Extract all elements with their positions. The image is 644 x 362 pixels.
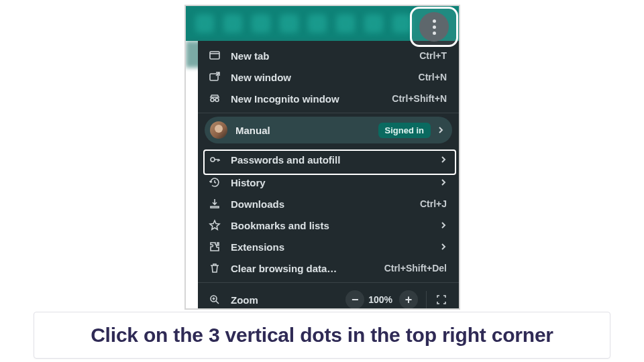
history-icon (209, 176, 221, 188)
puzzle-icon (209, 241, 221, 253)
key-icon (209, 154, 221, 166)
caption-bar: Click on the 3 vertical dots in the top … (34, 312, 610, 359)
toolbar-icon (364, 14, 383, 33)
incognito-icon (209, 93, 221, 105)
menu-shortcut: Ctrl+Shift+N (392, 93, 447, 104)
screenshot-panel: New tab Ctrl+T New window Ctrl+N New Inc… (184, 5, 460, 310)
menu-item-incognito[interactable]: New Incognito window Ctrl+Shift+N (198, 88, 459, 109)
menu-shortcut: Ctrl+N (419, 72, 447, 82)
menu-label: Extensions (231, 241, 433, 253)
star-icon (209, 219, 221, 231)
svg-point-4 (211, 158, 215, 162)
chevron-right-icon (440, 154, 447, 166)
new-window-icon (209, 71, 221, 83)
new-tab-icon (209, 50, 221, 62)
toolbar-icon (280, 14, 299, 33)
menu-label: New Incognito window (231, 93, 392, 105)
menu-label: New tab (231, 50, 419, 62)
kebab-highlight (410, 7, 458, 47)
menu-item-clear-data[interactable]: Clear browsing data… Ctrl+Shift+Del (198, 257, 459, 279)
svg-point-2 (211, 99, 214, 102)
browser-menu: New tab Ctrl+T New window Ctrl+N New Inc… (198, 41, 459, 308)
menu-item-history[interactable]: History (198, 172, 459, 193)
toolbar-icon (336, 14, 355, 33)
zoom-icon (209, 294, 221, 306)
chevron-right-icon (437, 125, 444, 136)
toolbar-icon (252, 14, 270, 33)
menu-item-profile[interactable]: Manual Signed in (205, 117, 452, 143)
menu-shortcut: Ctrl+T (419, 50, 447, 61)
caption-text: Click on the 3 vertical dots in the top … (91, 324, 553, 347)
toolbar-icon (392, 14, 411, 33)
kebab-menu-button[interactable] (419, 12, 449, 42)
zoom-separator (426, 291, 427, 308)
svg-rect-0 (210, 52, 219, 59)
menu-item-new-window[interactable]: New window Ctrl+N (198, 66, 459, 88)
trash-icon (209, 262, 221, 274)
zoom-label: Zoom (231, 294, 343, 306)
menu-item-extensions[interactable]: Extensions (198, 236, 459, 257)
menu-label: Bookmarks and lists (231, 220, 433, 231)
signed-in-badge: Signed in (378, 123, 431, 138)
menu-item-downloads[interactable]: Downloads Ctrl+J (198, 193, 459, 215)
menu-label: Clear browsing data… (231, 263, 384, 274)
menu-item-bookmarks[interactable]: Bookmarks and lists (198, 215, 459, 236)
download-icon (209, 198, 221, 210)
toolbar-icon (308, 14, 327, 33)
menu-label: Downloads (231, 198, 420, 210)
menu-item-new-tab[interactable]: New tab Ctrl+T (198, 45, 459, 66)
zoom-value: 100% (368, 294, 392, 305)
toolbar-icon (195, 14, 214, 33)
chevron-right-icon (440, 220, 447, 231)
menu-label: Passwords and autofill (231, 154, 433, 166)
menu-item-zoom: Zoom − 100% + (198, 286, 459, 310)
menu-separator (198, 113, 459, 113)
profile-name: Manual (235, 125, 378, 136)
menu-separator (198, 282, 459, 283)
menu-item-passwords[interactable]: Passwords and autofill (198, 147, 459, 172)
zoom-out-button[interactable]: − (345, 290, 364, 309)
chevron-right-icon (440, 241, 447, 253)
menu-label: New window (231, 72, 419, 83)
menu-shortcut: Ctrl+J (420, 198, 447, 209)
chevron-right-icon (440, 177, 447, 188)
avatar (210, 121, 227, 139)
menu-label: History (231, 177, 433, 188)
menu-shortcut: Ctrl+Shift+Del (384, 263, 447, 274)
svg-point-3 (215, 99, 219, 102)
toolbar-icon (223, 14, 242, 33)
fullscreen-button[interactable] (432, 290, 451, 309)
zoom-in-button[interactable]: + (399, 290, 418, 309)
